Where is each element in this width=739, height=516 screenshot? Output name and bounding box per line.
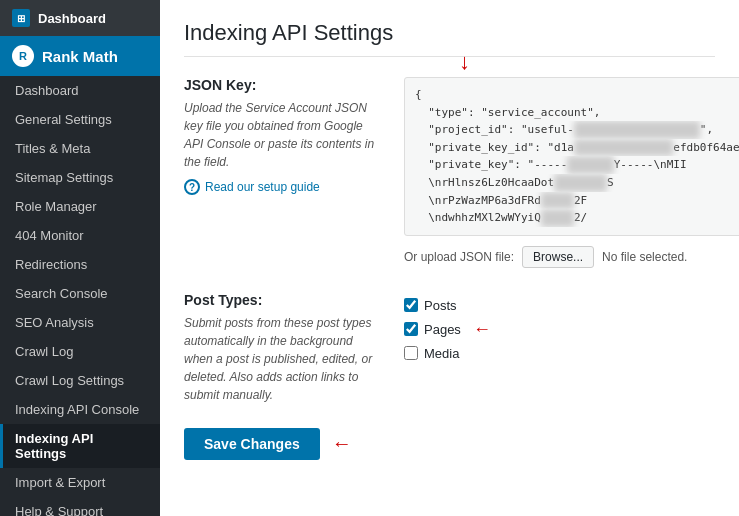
post-types-description: Submit posts from these post types autom… — [184, 314, 384, 404]
rank-math-icon: R — [12, 45, 34, 67]
sidebar-item-seo-analysis[interactable]: SEO Analysis — [0, 308, 160, 337]
post-types-control: Posts Pages ← Media — [404, 292, 715, 404]
rank-math-label: Rank Math — [42, 48, 118, 65]
sidebar-item-crawl-log-settings[interactable]: Crawl Log Settings — [0, 366, 160, 395]
json-key-section: JSON Key: Upload the Service Account JSO… — [184, 77, 715, 268]
sidebar-item-role-manager[interactable]: Role Manager — [0, 192, 160, 221]
pages-checkbox[interactable] — [404, 322, 418, 336]
setup-guide-link[interactable]: ? Read our setup guide — [184, 179, 384, 195]
posts-row: Posts — [404, 298, 715, 313]
no-file-label: No file selected. — [602, 250, 687, 264]
main-content: Indexing API Settings JSON Key: Upload t… — [160, 0, 739, 516]
media-checkbox[interactable] — [404, 346, 418, 360]
sidebar-item-indexing-api-console[interactable]: Indexing API Console — [0, 395, 160, 424]
json-textarea[interactable]: { "type": "service_account", "project_id… — [404, 77, 739, 236]
arrow-pages-indicator: ← — [473, 319, 491, 340]
save-changes-button[interactable]: Save Changes — [184, 428, 320, 460]
sidebar-item-sitemap-settings[interactable]: Sitemap Settings — [0, 163, 160, 192]
media-label: Media — [424, 346, 459, 361]
sidebar-item-indexing-api-settings[interactable]: Indexing API Settings — [0, 424, 160, 468]
browse-button[interactable]: Browse... — [522, 246, 594, 268]
sidebar-item-general-settings[interactable]: General Settings — [0, 105, 160, 134]
dashboard-icon: ⊞ — [12, 9, 30, 27]
sidebar: ⊞ Dashboard R Rank Math Dashboard Genera… — [0, 0, 160, 516]
dashboard-menu-item[interactable]: ⊞ Dashboard — [0, 0, 160, 36]
sidebar-item-dashboard[interactable]: Dashboard — [0, 76, 160, 105]
dashboard-label: Dashboard — [38, 11, 106, 26]
arrow-down-indicator: ↓ — [459, 49, 470, 75]
posts-checkbox[interactable] — [404, 298, 418, 312]
json-key-control: ↓ { "type": "service_account", "project_… — [404, 77, 739, 268]
sidebar-item-titles-meta[interactable]: Titles & Meta — [0, 134, 160, 163]
sidebar-item-404-monitor[interactable]: 404 Monitor — [0, 221, 160, 250]
sidebar-item-redirections[interactable]: Redirections — [0, 250, 160, 279]
checkbox-group: Posts Pages ← Media — [404, 298, 715, 361]
sidebar-item-import-export[interactable]: Import & Export — [0, 468, 160, 497]
json-key-label-area: JSON Key: Upload the Service Account JSO… — [184, 77, 384, 268]
upload-row: Or upload JSON file: Browse... No file s… — [404, 246, 739, 268]
post-types-section: Post Types: Submit posts from these post… — [184, 292, 715, 404]
post-types-label-area: Post Types: Submit posts from these post… — [184, 292, 384, 404]
pages-row: Pages ← — [404, 319, 715, 340]
info-icon: ? — [184, 179, 200, 195]
upload-label: Or upload JSON file: — [404, 250, 514, 264]
sidebar-item-help-support[interactable]: Help & Support — [0, 497, 160, 516]
save-section: Save Changes ← — [184, 428, 715, 460]
posts-label: Posts — [424, 298, 457, 313]
setup-guide-text: Read our setup guide — [205, 180, 320, 194]
json-key-description: Upload the Service Account JSON key file… — [184, 99, 384, 171]
post-types-heading: Post Types: — [184, 292, 384, 308]
pages-label: Pages — [424, 322, 461, 337]
json-key-heading: JSON Key: — [184, 77, 384, 93]
sidebar-item-crawl-log[interactable]: Crawl Log — [0, 337, 160, 366]
sidebar-item-search-console[interactable]: Search Console — [0, 279, 160, 308]
media-row: Media — [404, 346, 715, 361]
page-title: Indexing API Settings — [184, 20, 715, 57]
rank-math-header[interactable]: R Rank Math — [0, 36, 160, 76]
arrow-save-indicator: ← — [332, 432, 352, 455]
